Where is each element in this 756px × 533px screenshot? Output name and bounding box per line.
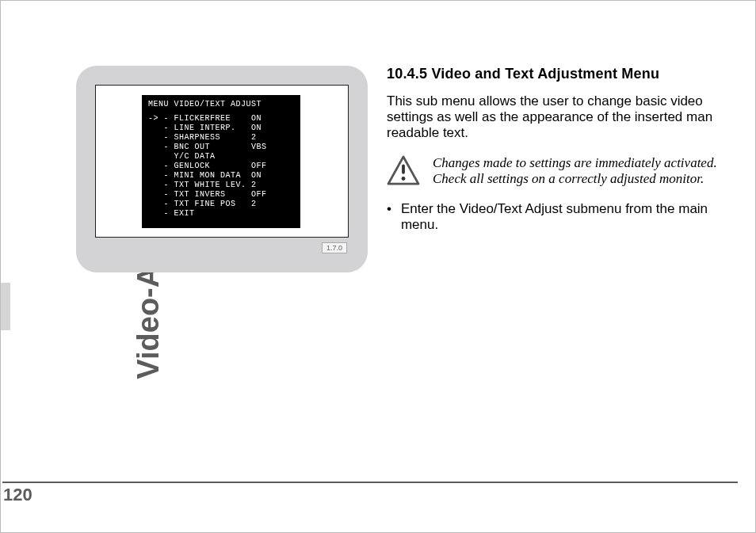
warning-text: Changes made to settings are immediately…: [433, 155, 717, 187]
intro-paragraph: This sub menu allows the user to change …: [387, 93, 740, 141]
warning-line-2: Check all settings on a correctly adjust…: [433, 171, 704, 186]
page: Video-Assist-System 120 MENU VIDEO/TEXT …: [0, 0, 756, 533]
content-column: 10.4.5 Video and Text Adjustment Menu Th…: [387, 66, 740, 233]
bullet-icon: •: [387, 201, 391, 217]
osd-line: - SHARPNESS 2: [148, 133, 294, 143]
osd-line: - GENLOCK OFF: [148, 162, 294, 171]
svg-rect-1: [402, 164, 405, 173]
osd-line: Y/C DATA: [148, 152, 294, 162]
footer-rule: [2, 482, 738, 483]
osd-line: - EXIT: [148, 209, 294, 219]
warning-icon: [387, 155, 420, 185]
osd-line: - TXT FINE POS 2: [148, 200, 294, 209]
side-tab-marker: [1, 283, 10, 330]
warning-line-1: Changes made to settings are immediately…: [433, 155, 717, 170]
osd-line: - TXT INVERS OFF: [148, 190, 294, 200]
osd-menu-screen: MENU VIDEO/TEXT ADJUST -> - FLICKERFREE …: [142, 95, 300, 228]
bullet-text: Enter the Video/Text Adjust submenu from…: [401, 201, 740, 233]
osd-line: - TXT WHITE LEV. 2: [148, 181, 294, 190]
monitor-version-badge: 1.7.0: [322, 242, 347, 253]
page-number: 120: [3, 485, 32, 505]
instruction-bullet: • Enter the Video/Text Adjust submenu fr…: [387, 201, 740, 233]
section-heading: 10.4.5 Video and Text Adjustment Menu: [387, 66, 740, 82]
warning-note: Changes made to settings are immediately…: [387, 155, 740, 187]
svg-point-2: [402, 177, 406, 181]
monitor-canvas: MENU VIDEO/TEXT ADJUST -> - FLICKERFREE …: [95, 85, 349, 238]
osd-title: MENU VIDEO/TEXT ADJUST: [148, 100, 294, 109]
osd-line: -> - FLICKERFREE ON: [148, 114, 294, 124]
monitor-frame: MENU VIDEO/TEXT ADJUST -> - FLICKERFREE …: [76, 66, 368, 272]
osd-line: - BNC OUT VBS: [148, 143, 294, 152]
osd-line: - LINE INTERP. ON: [148, 124, 294, 133]
osd-line: - MINI MON DATA ON: [148, 171, 294, 181]
